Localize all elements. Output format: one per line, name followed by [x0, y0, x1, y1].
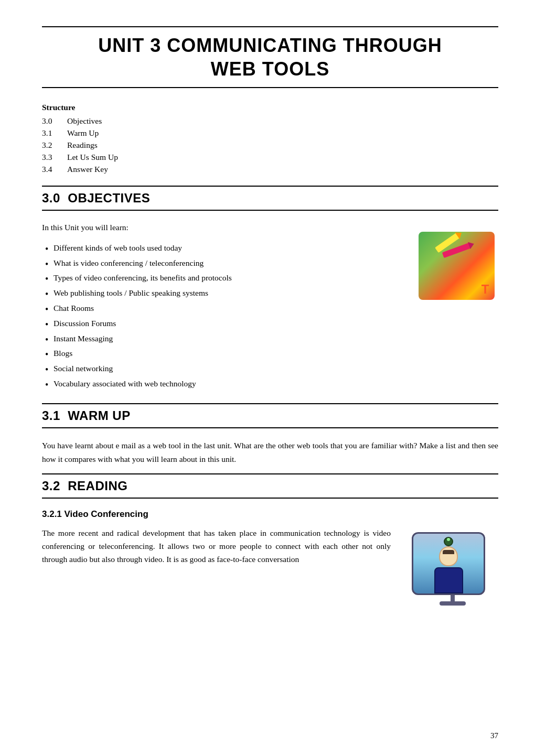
objectives-list-item: Different kinds of web tools used today — [42, 242, 399, 255]
objectives-list-item: Types of video conferencing, its benefit… — [42, 272, 399, 285]
warmup-text: WARM UP — [68, 408, 131, 423]
reading-heading: 3.2 READING — [42, 473, 498, 499]
reading-text: READING — [68, 479, 127, 493]
objectives-list-item: Social networking — [42, 362, 399, 375]
unit-title-line2: WEB TOOLS — [211, 58, 329, 80]
unit-title-line1: UNIT 3 COMMUNICATING THROUGH — [98, 35, 442, 56]
structure-section: Structure 3.0Objectives3.1Warm Up3.2Read… — [42, 103, 498, 174]
objectives-list-item: Blogs — [42, 347, 399, 360]
structure-item-text: Let Us Sum Up — [67, 153, 118, 162]
structure-item-text: Readings — [67, 141, 98, 150]
structure-item-text: Answer Key — [67, 165, 108, 174]
objectives-intro: In this Unit you will learn: — [42, 221, 399, 234]
structure-item-num: 3.1 — [42, 128, 58, 138]
person-silhouette — [427, 546, 469, 593]
reading-image — [406, 527, 498, 606]
objectives-list-item: Instant Messaging — [42, 332, 399, 345]
page-number: 37 — [490, 731, 498, 740]
structure-label: Structure — [42, 103, 498, 112]
warmup-paragraph: You have learnt about e mail as a web to… — [42, 439, 498, 467]
webcam-illustration — [412, 532, 493, 606]
page: UNIT 3 COMMUNICATING THROUGH WEB TOOLS S… — [0, 0, 535, 756]
structure-item-text: Warm Up — [67, 128, 99, 138]
structure-item-text: Objectives — [67, 116, 102, 126]
structure-list-item: 3.0Objectives — [42, 116, 498, 126]
warmup-heading: 3.1 WARM UP — [42, 403, 498, 428]
objectives-content: In this Unit you will learn: Different k… — [42, 221, 399, 398]
reading-paragraph: The more recent and radical development … — [42, 527, 391, 566]
structure-item-num: 3.0 — [42, 116, 58, 126]
video-conferencing-heading: 3.2.1 Video Conferencing — [42, 509, 498, 520]
unit-title: UNIT 3 COMMUNICATING THROUGH WEB TOOLS — [42, 34, 498, 81]
monitor-stand — [451, 595, 455, 601]
person-head — [439, 546, 458, 566]
unit-title-section: UNIT 3 COMMUNICATING THROUGH WEB TOOLS — [42, 26, 498, 88]
objectives-list-item: Discussion Forums — [42, 317, 399, 330]
structure-list-item: 3.4Answer Key — [42, 165, 498, 174]
reading-heading-text: 3.2 READING — [42, 479, 127, 493]
structure-list-item: 3.1Warm Up — [42, 128, 498, 138]
objectives-num: 3.0 — [42, 191, 60, 205]
objectives-heading: 3.0 OBJECTIVES — [42, 186, 498, 211]
objectives-text: OBJECTIVES — [68, 191, 150, 205]
person-body — [434, 567, 463, 593]
reading-num: 3.2 — [42, 479, 60, 493]
objectives-list-item: Vocabulary associated with web technolog… — [42, 377, 399, 391]
objectives-heading-text: 3.0 OBJECTIVES — [42, 191, 150, 206]
structure-item-num: 3.4 — [42, 165, 58, 174]
objectives-list-item: Web publishing tools / Public speaking s… — [42, 287, 399, 300]
objectives-list-item: Chat Rooms — [42, 302, 399, 315]
structure-list-item: 3.2Readings — [42, 141, 498, 150]
warmup-heading-text: 3.1 WARM UP — [42, 408, 131, 423]
objectives-layout: In this Unit you will learn: Different k… — [42, 221, 498, 398]
objectives-list: Different kinds of web tools used todayW… — [42, 242, 399, 391]
objectives-illustration — [419, 232, 495, 300]
objectives-list-item: What is video conferencing / teleconfere… — [42, 257, 399, 270]
reading-content: The more recent and radical development … — [42, 527, 391, 606]
structure-item-num: 3.3 — [42, 153, 58, 162]
reading-layout: The more recent and radical development … — [42, 527, 498, 606]
objectives-image — [414, 221, 498, 398]
structure-list-item: 3.3Let Us Sum Up — [42, 153, 498, 162]
warmup-num: 3.1 — [42, 408, 60, 423]
monitor-base — [440, 601, 466, 606]
structure-item-num: 3.2 — [42, 141, 58, 150]
monitor-body — [412, 532, 485, 595]
structure-list: 3.0Objectives3.1Warm Up3.2Readings3.3Let… — [42, 116, 498, 174]
